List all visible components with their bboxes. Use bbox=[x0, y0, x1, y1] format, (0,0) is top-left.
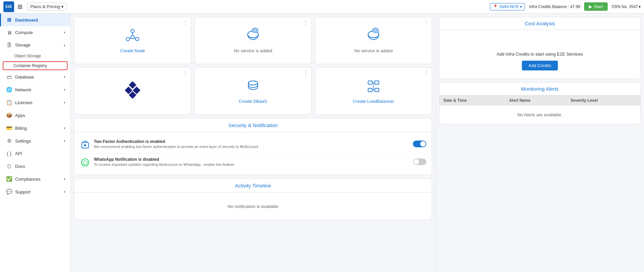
svg-point-17 bbox=[248, 81, 258, 85]
sidebar-item-api-left: { } API bbox=[6, 151, 22, 156]
svg-point-11 bbox=[372, 28, 379, 33]
topbar-right: 📍 Delhi-NCR ▾ Infra Credits Balance : 47… bbox=[490, 2, 641, 11]
diamond-card[interactable]: ⋮ bbox=[74, 67, 191, 115]
sidebar-item-licenses[interactable]: 📋 Licenses ▾ bbox=[0, 96, 70, 109]
sidebar-item-billing-left: 💳 Billing bbox=[6, 125, 27, 131]
start-label: Start bbox=[594, 4, 603, 9]
card-menu-lb[interactable]: ⋮ bbox=[424, 70, 429, 76]
sidebar-item-database-left: 🗃 Database bbox=[6, 74, 34, 80]
whatsapp-icon-wrap bbox=[80, 157, 91, 168]
add-credits-button[interactable]: Add Credits bbox=[522, 61, 558, 70]
monitoring-empty-row: No Alerts are available. bbox=[439, 105, 640, 124]
svg-point-3 bbox=[131, 35, 134, 39]
2fa-toggle[interactable] bbox=[413, 141, 426, 147]
licenses-chevron: ▾ bbox=[64, 100, 66, 105]
svg-rect-20 bbox=[368, 88, 372, 92]
sidebar-item-compute-label: Compute bbox=[15, 30, 33, 35]
svg-point-1 bbox=[126, 37, 130, 41]
sidebar-item-compliances[interactable]: ✅ Compliances ▾ bbox=[0, 173, 70, 185]
database-chevron: ▾ bbox=[64, 75, 66, 79]
loadbalancer-icon bbox=[365, 78, 382, 95]
card-menu-2[interactable]: ⋮ bbox=[424, 20, 429, 25]
create-dbaas-card[interactable]: ⋮ Create DBaaS bbox=[194, 67, 312, 115]
location-pin-icon: 📍 bbox=[493, 4, 498, 9]
svg-line-6 bbox=[134, 38, 136, 38]
sidebar-item-settings-left: ⚙ Settings bbox=[6, 138, 31, 144]
svg-line-5 bbox=[129, 38, 131, 38]
right-panel: Cost Analysis Add Infra Credits to start… bbox=[435, 13, 644, 272]
add-credits-text: Add Infra Credits to start using E2E Ser… bbox=[445, 52, 635, 57]
sidebar-sub-item-object-storage[interactable]: Object Storage bbox=[0, 51, 70, 61]
sidebar-item-compliances-left: ✅ Compliances bbox=[6, 176, 40, 182]
2fa-desc: We recommend enabling two factor authent… bbox=[94, 145, 409, 149]
monitoring-table-header: Date & Time Alert Name Severity Level bbox=[439, 95, 640, 105]
sidebar-sub-item-container-registry[interactable]: Container Registry bbox=[3, 61, 68, 70]
network-icon: 🌐 bbox=[6, 87, 12, 93]
sidebar-item-support[interactable]: 💬 Support ▾ bbox=[0, 185, 70, 198]
create-lb-label: Create LoadBalancer bbox=[353, 99, 394, 104]
sidebar-item-api[interactable]: { } API bbox=[0, 147, 70, 160]
2fa-text: Two Factor Authentication is enabled We … bbox=[94, 139, 409, 149]
whatsapp-toggle[interactable] bbox=[413, 158, 426, 165]
svg-rect-13 bbox=[129, 81, 137, 89]
sidebar-item-docs[interactable]: ⟨⟩ Docs bbox=[0, 160, 70, 173]
activity-section: Activity Timeline No notification is ava… bbox=[74, 178, 432, 220]
security-title: Security & Notification bbox=[74, 118, 432, 132]
create-lb-card[interactable]: ⋮ Create LoadBalancer bbox=[315, 67, 432, 115]
cloud-db-icon-1 bbox=[245, 28, 261, 45]
svg-rect-21 bbox=[375, 88, 379, 92]
create-node-card[interactable]: ⋮ Create Node bbox=[74, 17, 191, 64]
database-icon: 🗃 bbox=[6, 74, 12, 80]
monitoring-title: Monitoring Alerts bbox=[439, 83, 640, 95]
card-menu-diamond[interactable]: ⋮ bbox=[183, 70, 188, 76]
sidebar-item-settings[interactable]: ⚙ Settings ▾ bbox=[0, 134, 70, 147]
monitoring-empty-text: No Alerts are available. bbox=[439, 105, 640, 124]
card-menu-dbaas[interactable]: ⋮ bbox=[303, 70, 309, 76]
logo-text: E2E bbox=[6, 5, 12, 8]
sidebar-item-docs-left: ⟨⟩ Docs bbox=[6, 163, 25, 169]
security-body: Two Factor Authentication is enabled We … bbox=[74, 132, 432, 175]
sidebar-item-apps[interactable]: 📦 Apps bbox=[0, 109, 70, 122]
no-service-label-2: No service is added bbox=[354, 48, 393, 53]
main-content: ⋮ Create Node bbox=[71, 13, 435, 272]
plans-pricing-button[interactable]: Plans & Pricing ▾ bbox=[27, 3, 67, 10]
start-button[interactable]: ▶ Start bbox=[584, 2, 607, 11]
sidebar-item-database[interactable]: 🗃 Database ▾ bbox=[0, 71, 70, 83]
object-storage-label: Object Storage bbox=[14, 54, 41, 58]
cost-analysis-body: Add Infra Credits to start using E2E Ser… bbox=[439, 30, 640, 79]
whatsapp-text: WhatsApp Notification is disabled To rec… bbox=[94, 157, 409, 167]
card-menu-node[interactable]: ⋮ bbox=[183, 20, 188, 25]
settings-icon: ⚙ bbox=[6, 138, 12, 144]
whatsapp-desc: To receive important updates regarding M… bbox=[94, 162, 409, 167]
no-service-card-1[interactable]: ⋮ No service is added bbox=[194, 17, 312, 64]
topbar: E2E ⊞ Plans & Pricing ▾ 📍 Delhi-NCR ▾ In… bbox=[0, 0, 644, 13]
no-service-card-2[interactable]: ⋮ No service is added bbox=[315, 17, 432, 64]
sidebar-item-network[interactable]: 🌐 Network ▾ bbox=[0, 83, 70, 96]
security-item-whatsapp: WhatsApp Notification is disabled To rec… bbox=[80, 154, 426, 171]
support-icon: 💬 bbox=[6, 189, 12, 195]
diamond-icon bbox=[123, 80, 142, 99]
security-item-2fa: Two Factor Authentication is enabled We … bbox=[80, 136, 426, 154]
monitoring-table-body: No Alerts are available. bbox=[439, 105, 640, 124]
sidebar-item-compute[interactable]: 🖥 Compute ▾ bbox=[0, 26, 70, 39]
plans-pricing-chevron: ▾ bbox=[61, 4, 64, 9]
sidebar-item-storage[interactable]: 🗄 Storage ▴ bbox=[0, 39, 70, 51]
sidebar-item-support-label: Support bbox=[15, 189, 31, 194]
monitoring-alerts-box: Monitoring Alerts Date & Time Alert Name… bbox=[439, 82, 641, 124]
location-selector[interactable]: 📍 Delhi-NCR ▾ bbox=[490, 3, 525, 10]
node-icon bbox=[124, 28, 141, 45]
activity-body: No notification is available bbox=[74, 193, 432, 220]
monitoring-col-alert: Alert Name bbox=[505, 95, 567, 105]
activity-title: Activity Timeline bbox=[74, 179, 432, 193]
storage-icon: 🗄 bbox=[6, 42, 12, 48]
licenses-icon: 📋 bbox=[6, 99, 12, 105]
sidebar-item-docs-label: Docs bbox=[15, 164, 25, 169]
sidebar-item-dashboard[interactable]: ⊞ Dashboard bbox=[0, 13, 70, 26]
sidebar-item-apps-left: 📦 Apps bbox=[6, 112, 25, 118]
location-chevron: ▾ bbox=[520, 4, 522, 9]
crn-info[interactable]: CRN No. 3547 ▾ bbox=[612, 4, 641, 9]
compute-icon: 🖥 bbox=[6, 30, 12, 35]
docs-icon: ⟨⟩ bbox=[6, 163, 12, 169]
sidebar-item-billing[interactable]: 💳 Billing ▾ bbox=[0, 122, 70, 134]
card-menu-1[interactable]: ⋮ bbox=[303, 20, 309, 25]
